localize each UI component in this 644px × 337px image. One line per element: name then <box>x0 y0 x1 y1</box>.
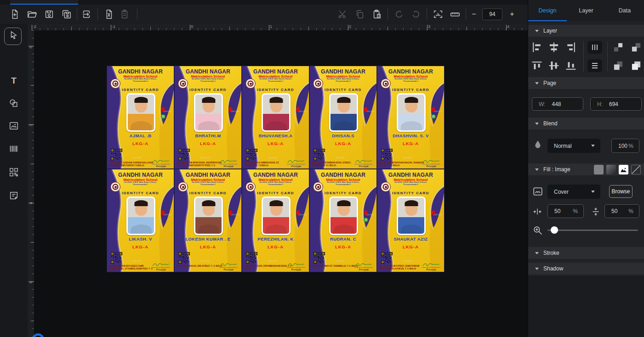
shapes-tool-icon[interactable] <box>9 98 19 108</box>
vertical-offset-input[interactable]: 50% <box>604 204 639 218</box>
save-icon[interactable] <box>44 9 54 19</box>
section-stroke-header[interactable]: Stroke <box>528 247 644 259</box>
chevron-down-icon <box>535 30 539 32</box>
student-photo <box>331 95 357 130</box>
ruler-label: -1 <box>112 24 115 29</box>
section-page-header[interactable]: Page <box>528 77 644 89</box>
student-name: RUDRAN. C <box>310 236 376 242</box>
blood-group-badge: O <box>161 114 165 119</box>
main-toolbar: − 94 + <box>0 5 528 24</box>
toolbar-separator <box>427 9 427 20</box>
undo-icon[interactable] <box>394 9 404 19</box>
page-width-input[interactable]: W:448 <box>532 97 583 111</box>
redo-icon[interactable] <box>411 9 421 19</box>
align-bottom-icon[interactable] <box>565 60 577 72</box>
image-zoom-slider-track[interactable] <box>547 230 638 231</box>
id-card[interactable]: GANDHI NAGAR Matriculation School No.22/… <box>174 66 242 169</box>
note-tool-icon[interactable] <box>9 191 19 201</box>
id-card[interactable]: GANDHI NAGAR Matriculation School No.22/… <box>309 169 377 272</box>
principal-label: Principal <box>152 164 170 168</box>
text-tool-icon[interactable]: T <box>9 76 19 86</box>
fill-none-swatch[interactable] <box>631 165 641 174</box>
section-layer-header[interactable]: Layer <box>528 25 644 37</box>
fill-gradient-swatch[interactable] <box>606 165 616 174</box>
align-left-icon[interactable] <box>531 41 543 53</box>
toggle-ruler-icon[interactable] <box>450 9 460 19</box>
distribute-vertical-icon[interactable] <box>587 59 602 72</box>
student-address: 236/733, MARIYAMMAN KOVIL STREET, THENIM… <box>312 162 360 167</box>
image-zoom-slider-knob[interactable] <box>551 226 558 234</box>
qrcode-tool-icon[interactable] <box>9 167 19 177</box>
student-name: PEREZHILAN. K <box>242 236 309 242</box>
page-height-input[interactable]: H:694 <box>590 97 642 111</box>
id-card[interactable]: GANDHI NAGAR Matriculation School No.22/… <box>377 169 445 272</box>
cut-icon[interactable] <box>337 9 348 19</box>
identity-card-label: IDENTITY CARD <box>242 88 309 92</box>
student-photo <box>331 198 357 234</box>
copy-icon[interactable] <box>355 9 365 19</box>
blood-group-badge: O <box>431 114 436 119</box>
export-image-icon[interactable] <box>433 9 443 19</box>
student-name: AJMAL .B <box>107 133 174 138</box>
chevron-down-icon <box>591 191 595 193</box>
blend-mode-select[interactable]: Normal <box>547 139 600 153</box>
bring-to-front-icon[interactable] <box>630 41 642 53</box>
new-document-icon[interactable] <box>10 9 20 19</box>
tab-layer[interactable]: Layer <box>567 0 605 21</box>
blend-drop-icon <box>533 140 543 150</box>
design-canvas[interactable]: GANDHI NAGAR Matriculation School No.22/… <box>34 30 528 337</box>
school-name: GANDHI NAGAR <box>310 69 376 75</box>
align-right-icon[interactable] <box>565 41 577 53</box>
horizontal-offset-input[interactable]: 50% <box>547 204 584 218</box>
fill-solid-swatch[interactable] <box>594 165 604 174</box>
paste-icon[interactable] <box>372 9 382 19</box>
id-card[interactable]: GANDHI NAGAR Matriculation School No.22/… <box>377 66 445 169</box>
barcode-tool-icon[interactable] <box>9 144 19 154</box>
chevron-down-icon <box>591 145 595 147</box>
image-tool-icon[interactable] <box>9 121 19 131</box>
tab-data[interactable]: Data <box>605 0 644 21</box>
transfer-icon[interactable] <box>81 9 91 19</box>
id-card[interactable]: GANDHI NAGAR Matriculation School No.22/… <box>107 169 174 272</box>
principal-label: Principal <box>422 164 440 168</box>
id-card[interactable]: GANDHI NAGAR Matriculation School No.22/… <box>242 169 309 272</box>
section-blend-header[interactable]: Blend <box>528 118 644 129</box>
qr-code <box>381 149 393 160</box>
fill-image-swatch[interactable] <box>619 165 628 174</box>
blend-opacity-input[interactable]: 100% <box>611 139 639 153</box>
distribute-horizontal-icon[interactable] <box>587 41 602 54</box>
principal-label: Principal <box>287 164 305 168</box>
student-photo-frame <box>397 197 426 235</box>
open-file-icon[interactable] <box>27 9 37 19</box>
browse-button[interactable]: Browse <box>609 185 633 198</box>
id-card[interactable]: GANDHI NAGAR Matriculation School No.22/… <box>174 169 242 272</box>
tab-design[interactable]: Design <box>528 0 567 21</box>
align-middle-vertical-icon[interactable] <box>548 60 560 72</box>
export-excel-icon[interactable] <box>104 9 114 19</box>
send-to-back-icon[interactable] <box>630 60 642 72</box>
id-card[interactable]: GANDHI NAGAR Matriculation School No.22/… <box>107 66 174 169</box>
school-logo <box>178 182 188 192</box>
save-as-icon[interactable] <box>62 9 72 19</box>
zoom-in-button[interactable]: + <box>508 10 516 18</box>
align-center-horizontal-icon[interactable] <box>548 41 560 53</box>
ruler-label: 3 <box>428 24 430 29</box>
principal-signature <box>219 159 238 164</box>
select-tool-icon[interactable] <box>9 30 19 40</box>
sample-watermark: Sample <box>133 259 142 262</box>
student-name: SHAUKAT AZIZ <box>377 236 444 242</box>
chevron-down-icon <box>535 82 539 84</box>
clipboard-icon[interactable] <box>120 9 130 19</box>
send-backward-icon[interactable] <box>612 60 624 72</box>
school-name: GANDHI NAGAR <box>175 69 241 75</box>
section-shadow-header[interactable]: Shadow <box>528 263 644 275</box>
zoom-level-input[interactable]: 94 <box>482 8 502 20</box>
panel-separator <box>607 41 608 72</box>
bring-forward-icon[interactable] <box>612 41 624 53</box>
zoom-out-button[interactable]: − <box>470 10 478 18</box>
document-tab[interactable] <box>10 0 78 5</box>
id-card[interactable]: GANDHI NAGAR Matriculation School No.22/… <box>242 66 309 169</box>
image-fit-select[interactable]: Cover <box>547 185 600 199</box>
id-card[interactable]: GANDHI NAGAR Matriculation School No.22/… <box>309 66 377 169</box>
align-top-icon[interactable] <box>531 60 543 72</box>
